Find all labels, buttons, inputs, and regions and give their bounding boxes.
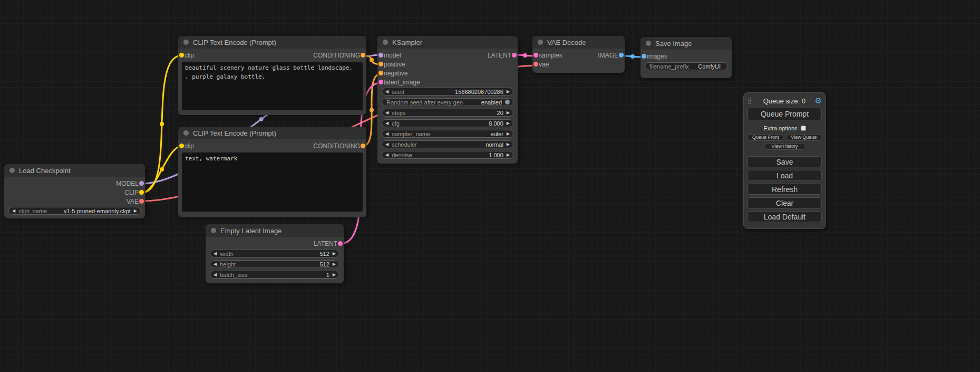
input-slot-samples[interactable] (533, 53, 538, 58)
widget-height[interactable]: ◀ height 512 ▶ (210, 260, 339, 268)
widget-value: 1.000 (489, 152, 503, 158)
output-slot-vae[interactable] (139, 199, 144, 204)
widget-sampler-name[interactable]: ◀ sampler_name euler ▶ (382, 130, 513, 138)
output-slot-model[interactable] (139, 181, 144, 186)
settings-gear-icon[interactable]: ⚙ (815, 96, 822, 106)
arrow-right-icon[interactable]: ▶ (333, 262, 336, 266)
arrow-right-icon[interactable]: ▶ (507, 142, 510, 147)
arrow-right-icon[interactable]: ▶ (134, 209, 137, 213)
prompt-textarea[interactable]: text, watermark (182, 152, 363, 212)
arrow-right-icon[interactable]: ▶ (507, 90, 510, 94)
widget-steps[interactable]: ◀ steps 20 ▶ (382, 109, 513, 117)
widget-seed[interactable]: ◀ seed 156680208700286 ▶ (382, 88, 513, 96)
output-label-clip: CLIP (124, 189, 139, 196)
node-header[interactable]: CLIP Text Encode (Prompt) (178, 127, 366, 139)
node-header[interactable]: CLIP Text Encode (Prompt) (178, 36, 366, 49)
arrow-left-icon[interactable]: ◀ (12, 209, 15, 213)
input-label-model: model (384, 52, 401, 59)
queue-prompt-button[interactable]: Queue Prompt (748, 108, 822, 120)
collapse-dot[interactable] (211, 228, 216, 233)
node-header[interactable]: Save Image (641, 37, 732, 50)
widget-value: euler (490, 131, 503, 137)
collapse-dot[interactable] (538, 40, 543, 45)
arrow-right-icon[interactable]: ▶ (333, 273, 336, 277)
input-slot-clip[interactable] (179, 53, 184, 58)
input-slot-model[interactable] (379, 53, 383, 58)
input-slot-images[interactable] (642, 54, 646, 59)
arrow-left-icon[interactable]: ◀ (214, 252, 217, 256)
collapse-dot[interactable] (646, 41, 651, 46)
toggle-icon[interactable] (505, 100, 510, 104)
widget-batch-size[interactable]: ◀ batch_size 1 ▶ (210, 271, 339, 279)
collapse-dot[interactable] (383, 40, 388, 45)
collapse-dot[interactable] (9, 168, 15, 173)
widget-label: steps (392, 110, 493, 116)
input-slot-latent-image[interactable] (379, 80, 383, 84)
widget-value: 8.000 (489, 120, 503, 127)
widget-ckpt-name[interactable]: ◀ ckpt_name v1-5-pruned-emaonly.ckpt ▶ (8, 207, 141, 215)
arrow-left-icon[interactable]: ◀ (214, 262, 217, 266)
drag-handle-icon[interactable]: ⣿ (748, 98, 752, 104)
prompt-textarea[interactable]: beautiful scenery nature glass bottle la… (182, 62, 363, 110)
output-slot-conditioning[interactable] (361, 144, 365, 148)
node-clip-text-encode-positive[interactable]: CLIP Text Encode (Prompt) clip CONDITION… (178, 36, 366, 115)
node-header[interactable]: KSampler (377, 36, 518, 49)
load-button[interactable]: Load (748, 170, 822, 181)
node-title: KSampler (392, 39, 422, 46)
node-header[interactable]: Load Checkpoint (4, 164, 145, 177)
input-label-images: images (647, 53, 667, 60)
extra-options-checkbox[interactable] (801, 126, 806, 131)
collapse-dot[interactable] (183, 130, 189, 136)
arrow-left-icon[interactable]: ◀ (385, 121, 389, 126)
arrow-left-icon[interactable]: ◀ (214, 273, 217, 277)
arrow-right-icon[interactable]: ▶ (507, 153, 510, 157)
refresh-button[interactable]: Refresh (748, 184, 822, 195)
arrow-left-icon[interactable]: ◀ (385, 142, 389, 147)
node-ksampler[interactable]: KSampler model LATENT positive negative … (377, 36, 518, 164)
node-clip-text-encode-negative[interactable]: CLIP Text Encode (Prompt) clip CONDITION… (178, 127, 366, 217)
output-slot-clip[interactable] (139, 190, 144, 195)
node-load-checkpoint[interactable]: Load Checkpoint MODEL CLIP VAE ◀ ckpt_na… (4, 164, 145, 218)
widget-value: ComfyUI (698, 63, 721, 70)
save-button[interactable]: Save (748, 156, 822, 167)
widget-denoise[interactable]: ◀ denoise 1.000 ▶ (382, 151, 513, 159)
output-slot-latent[interactable] (338, 241, 343, 246)
node-title: Save Image (655, 40, 692, 47)
output-slot-image[interactable] (619, 53, 624, 58)
widget-control-after-generate[interactable]: Random seed after every gen enabled (382, 98, 513, 106)
widget-width[interactable]: ◀ width 512 ▶ (210, 250, 339, 257)
load-default-button[interactable]: Load Default (748, 211, 822, 222)
collapse-dot[interactable] (183, 40, 189, 45)
arrow-left-icon[interactable]: ◀ (385, 153, 389, 157)
view-queue-button[interactable]: View Queue (786, 134, 822, 141)
widget-label: width (220, 251, 316, 257)
node-empty-latent-image[interactable]: Empty Latent Image LATENT ◀ width 512 ▶ … (206, 224, 344, 283)
node-save-image[interactable]: Save Image images filename_prefix ComfyU… (641, 37, 732, 78)
arrow-left-icon[interactable]: ◀ (385, 111, 389, 115)
output-slot-conditioning[interactable] (361, 53, 365, 58)
output-slot-latent[interactable] (512, 53, 517, 58)
arrow-left-icon[interactable]: ◀ (385, 90, 389, 94)
arrow-left-icon[interactable]: ◀ (385, 132, 389, 136)
widget-label: cfg (392, 120, 486, 127)
input-slot-negative[interactable] (379, 71, 383, 75)
node-vae-decode[interactable]: VAE Decode samples IMAGE vae (532, 36, 625, 73)
node-header[interactable]: VAE Decode (532, 36, 625, 49)
arrow-right-icon[interactable]: ▶ (507, 121, 510, 126)
arrow-right-icon[interactable]: ▶ (507, 111, 510, 115)
input-slot-vae[interactable] (533, 62, 538, 66)
arrow-right-icon[interactable]: ▶ (333, 252, 336, 256)
widget-scheduler[interactable]: ◀ scheduler normal ▶ (382, 140, 513, 148)
input-slot-positive[interactable] (379, 62, 383, 66)
clear-button[interactable]: Clear (748, 197, 822, 208)
view-history-button[interactable]: View History (764, 143, 806, 150)
input-slot-clip[interactable] (179, 144, 184, 148)
widget-label: sampler_name (392, 131, 487, 137)
queue-menu-panel[interactable]: ⣿ Queue size: 0 ⚙ Queue Prompt Extra opt… (743, 92, 826, 229)
queue-front-button[interactable]: Queue Front (748, 134, 784, 141)
arrow-right-icon[interactable]: ▶ (507, 132, 510, 136)
widget-cfg[interactable]: ◀ cfg 8.000 ▶ (382, 119, 513, 127)
widget-filename-prefix[interactable]: filename_prefix ComfyUI (645, 62, 727, 70)
node-header[interactable]: Empty Latent Image (206, 224, 344, 237)
node-title: VAE Decode (547, 39, 586, 46)
